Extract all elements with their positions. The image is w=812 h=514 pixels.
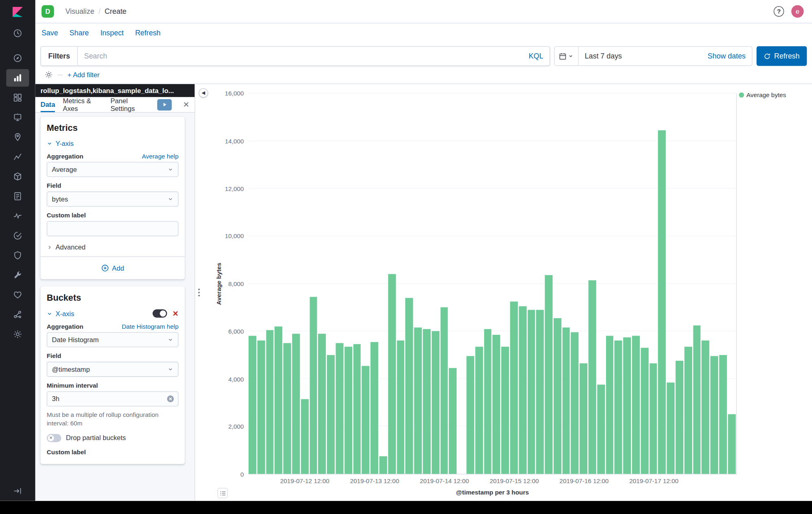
add-metric-button[interactable]: Add (47, 262, 178, 273)
refresh-button-label: Refresh (774, 52, 800, 60)
inspect-button[interactable]: Inspect (100, 28, 124, 37)
help-icon[interactable]: ? (774, 6, 784, 17)
tab-data[interactable]: Data (41, 97, 55, 112)
add-filter-button[interactable]: + Add filter (67, 71, 100, 78)
chart-legend[interactable]: Average bytes (738, 91, 786, 99)
bar-4 (284, 343, 291, 474)
editor-resize-handle[interactable] (195, 84, 203, 501)
tab-metrics-axes[interactable]: Metrics & Axes (63, 97, 103, 112)
nav-item-machine-learning[interactable] (6, 148, 29, 165)
legend-toggle-button[interactable] (217, 488, 228, 499)
filters-menu-button[interactable]: Filters (41, 47, 78, 65)
x-tick-label: 2019-07-15 12:00 (489, 477, 539, 485)
bar-35 (554, 318, 561, 474)
date-range-value[interactable]: Last 7 days (578, 52, 702, 60)
nav-item-apm[interactable] (6, 207, 29, 225)
save-button[interactable]: Save (41, 28, 58, 37)
chevron-down-icon (168, 167, 173, 172)
bar-23 (449, 368, 457, 474)
x-axis-controls: ✕ (153, 309, 179, 317)
bar-34 (545, 275, 552, 474)
bar-42 (615, 341, 622, 474)
bar-49 (676, 361, 683, 474)
nav-item-siem[interactable] (6, 247, 29, 264)
space-badge[interactable]: D (41, 5, 54, 18)
breadcrumb-visualize[interactable]: Visualize (65, 7, 94, 15)
nav-item-management[interactable] (6, 325, 29, 343)
bar-40 (597, 385, 605, 474)
vis-editor-sidebar: rollup_logstash,kibana_sample_data_lo...… (35, 84, 195, 501)
metric-aggregation-select[interactable]: Average (47, 162, 178, 177)
custom-label-input[interactable] (47, 221, 178, 236)
x-axis-accordion[interactable]: X-axis ✕ (47, 309, 178, 317)
bar-6 (301, 399, 309, 474)
nav-item-dashboard[interactable] (6, 89, 29, 106)
drop-partial-row: ✕ Drop partial buckets (47, 434, 178, 442)
aggregation-label-row: Aggregation Average help (47, 153, 178, 160)
drop-partial-toggle[interactable]: ✕ (47, 434, 61, 442)
min-interval-input[interactable] (47, 391, 178, 406)
index-pattern-title: rollup_logstash,kibana_sample_data_lo... (35, 84, 195, 97)
plus-circle-icon (101, 264, 109, 272)
average-help-link[interactable]: Average help (142, 153, 178, 160)
bar-13 (362, 366, 370, 474)
nav-collapse-button[interactable] (0, 486, 35, 496)
nav-item-discover[interactable] (6, 49, 29, 67)
bar-33 (536, 310, 544, 474)
bar-11 (344, 347, 352, 474)
x-axis-label: X-axis (56, 310, 74, 317)
clear-input-icon[interactable] (167, 395, 174, 403)
nav-item-recently-viewed[interactable] (6, 24, 29, 42)
show-dates-button[interactable]: Show dates (702, 52, 752, 60)
y-axis-accordion[interactable]: Y-axis (47, 140, 178, 147)
search-input[interactable] (78, 52, 523, 60)
refresh-query-button[interactable]: Refresh (756, 46, 807, 66)
bar-31 (519, 306, 526, 474)
advanced-accordion[interactable]: Advanced (47, 241, 178, 256)
bar-51 (693, 325, 701, 474)
query-language-button[interactable]: KQL (522, 52, 549, 60)
date-quick-menu-button[interactable] (555, 47, 579, 65)
bucket-custom-label: Custom label (47, 448, 86, 455)
refresh-icon (764, 53, 771, 60)
nav-item-dev-tools[interactable] (6, 266, 29, 284)
nav-item-stack-monitoring[interactable] (6, 286, 29, 304)
nav-item-uptime[interactable] (6, 227, 29, 244)
nav-item-canvas[interactable] (6, 108, 29, 126)
kibana-logo-icon (11, 5, 24, 18)
nav-item-graph[interactable] (6, 306, 29, 323)
bar-17 (397, 341, 405, 474)
nav-items (6, 23, 29, 344)
bar-0 (249, 336, 256, 474)
collapse-editor-button[interactable]: ◀ (199, 88, 208, 98)
editor-scroll-area: Metrics Y-axis Aggregation Average help … (35, 113, 195, 501)
nav-item-logs[interactable] (6, 187, 29, 205)
refresh-link[interactable]: Refresh (135, 28, 161, 37)
x-axis-enabled-toggle[interactable] (153, 309, 167, 317)
y-tick-label: 12,000 (225, 185, 244, 192)
share-button[interactable]: Share (69, 28, 89, 37)
bar-32 (527, 310, 535, 474)
top-nav-menu: Save Share Inspect Refresh (35, 23, 812, 42)
nav-item-maps[interactable] (6, 128, 29, 146)
remove-x-axis-button[interactable]: ✕ (172, 309, 178, 317)
apply-changes-button[interactable] (157, 99, 172, 110)
tab-panel-settings[interactable]: Panel Settings (110, 97, 149, 112)
bucket-field-select[interactable]: @timestamp (47, 362, 178, 377)
metric-field-select[interactable]: bytes (47, 191, 178, 206)
discard-changes-button[interactable]: ✕ (183, 100, 189, 109)
bar-26 (475, 347, 483, 474)
y-tick-label: 0 (240, 471, 244, 478)
x-tick-label: 2019-07-16 12:00 (559, 477, 608, 485)
nav-item-visualize[interactable] (6, 69, 29, 87)
avatar[interactable]: e (791, 5, 804, 18)
x-tick-label: 2019-07-12 12:00 (280, 477, 329, 485)
bucket-aggregation-select[interactable]: Date Histogram (47, 332, 178, 347)
bar-37 (571, 332, 579, 474)
global-nav (0, 0, 35, 501)
nav-item-infrastructure[interactable] (6, 168, 29, 185)
filter-options-gear-icon[interactable] (45, 71, 53, 79)
kibana-logo[interactable] (0, 0, 35, 23)
calendar-icon (559, 52, 567, 60)
date-histogram-help-link[interactable]: Date Histogram help (122, 323, 179, 330)
